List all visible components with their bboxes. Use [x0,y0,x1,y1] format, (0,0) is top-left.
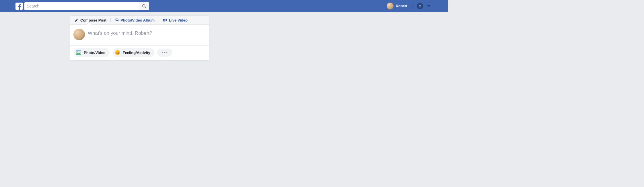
photo-icon [76,50,81,55]
tab-album-label: Photo/Video Album [120,18,155,22]
composer-body: What's on your mind, Robert? [70,25,209,46]
page-content: Compose Post Photo/Video Album [0,12,448,60]
tab-compose-label: Compose Post [80,18,106,22]
svg-point-4 [116,19,116,20]
composer-actions: Photo/Video Feeling/Activity ••• [70,46,209,60]
add-feeling-activity-button[interactable]: Feeling/Activity [112,48,154,57]
account-menu-dropdown[interactable] [427,5,431,7]
post-text-input[interactable]: What's on your mind, Robert? [88,29,206,36]
profile-name: Robert [396,4,407,8]
svg-line-2 [145,7,146,8]
image-icon [115,18,119,22]
add-photo-video-button[interactable]: Photo/Video [73,48,110,57]
profile-link[interactable]: Robert [386,3,408,9]
search-button[interactable] [139,2,149,10]
tab-live-video[interactable]: Live Video [162,18,189,22]
svg-point-13 [118,52,118,52]
smiley-icon [115,50,120,55]
feeling-activity-label: Feeling/Activity [123,51,150,55]
facebook-logo[interactable] [15,3,23,10]
more-options-button[interactable]: ••• [157,49,172,57]
svg-point-10 [77,51,78,52]
svg-point-1 [143,4,145,7]
help-button[interactable]: ? [417,3,423,9]
facebook-f-icon [15,3,23,10]
photo-video-label: Photo/Video [84,51,106,55]
search-icon [142,4,146,8]
search-container [24,2,149,10]
topbar-right: Robert ? [386,3,433,9]
tab-photo-album[interactable]: Photo/Video Album [114,18,156,22]
pencil-icon [75,18,79,22]
question-icon: ? [419,4,421,9]
post-composer: Compose Post Photo/Video Album [70,16,209,60]
divider [159,18,159,22]
ellipsis-icon: ••• [162,50,168,55]
divider [110,18,111,22]
avatar [387,3,394,9]
svg-point-7 [164,20,165,21]
tab-live-label: Live Video [169,18,188,22]
svg-point-12 [116,52,117,52]
avatar [73,29,85,40]
composer-tabs: Compose Post Photo/Video Album [70,16,209,25]
tab-compose-post[interactable]: Compose Post [73,18,108,22]
video-icon [163,18,167,22]
search-input[interactable] [24,2,149,10]
top-navbar: Robert ? [0,0,448,12]
divider [413,3,413,9]
